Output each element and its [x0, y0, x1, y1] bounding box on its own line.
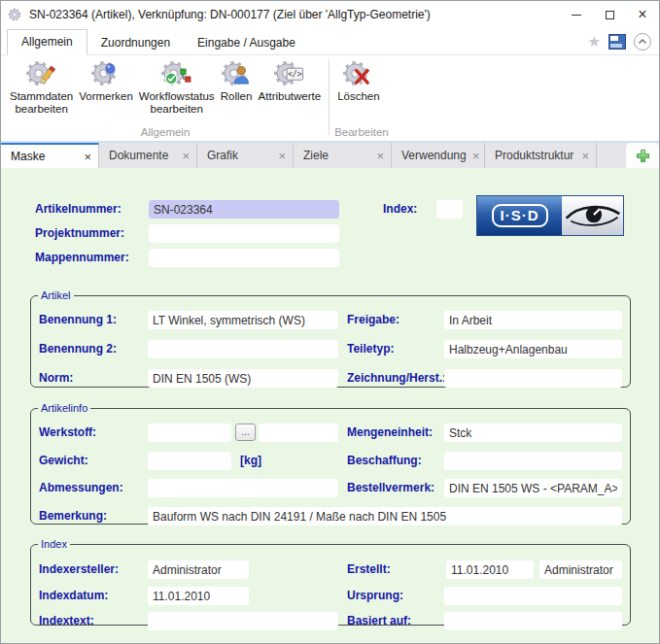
benennung1-label: Benennung 1: [39, 311, 117, 329]
vormerken-button[interactable]: Vormerken [76, 55, 136, 117]
tab-grafik[interactable]: Grafik× [197, 143, 294, 168]
bestellvermerk-label: Bestellvermerk: [347, 479, 434, 497]
zeichnung-herst-label: Zeichnung/Herst.: [347, 369, 446, 388]
minimize-button[interactable] [560, 1, 593, 28]
kg-unit-label: [kg] [240, 452, 261, 470]
isd-logo-text: I·S·D [492, 204, 548, 227]
artikelnummer-field[interactable] [149, 200, 339, 219]
index-field[interactable] [436, 200, 463, 219]
maximize-icon [606, 11, 614, 19]
artikelinfo-group: Artikelinfo Werkstoff: ... Mengeneinheit… [30, 402, 631, 525]
teiletyp-field[interactable] [444, 340, 622, 358]
isd-logo-eye-panel [562, 196, 623, 235]
tab-produktstruktur[interactable]: Produktstruktur× [485, 143, 597, 168]
eye-icon [564, 201, 622, 230]
close-tab-icon[interactable]: × [278, 149, 286, 163]
artikel-group-legend: Artikel [38, 289, 74, 301]
attributwerte-button[interactable]: </> Attributwerte [256, 55, 325, 117]
erstellt-user-field[interactable] [539, 560, 622, 579]
ribbon: Stammdatenbearbeiten Vormerken [1, 55, 659, 143]
ribbon-tab-bar: Allgemein Zuordnungen Eingabe / Ausgabe … [1, 28, 659, 55]
ursprung-field[interactable] [444, 587, 622, 605]
gear-person-icon [221, 58, 253, 88]
indexdatum-field[interactable] [148, 587, 249, 605]
close-tab-icon[interactable]: × [581, 149, 589, 163]
title-bar: SN-023364 (Artikel), Verknüpfung: DN-000… [1, 1, 659, 28]
close-icon: × [638, 6, 646, 23]
gear-pencil-icon [25, 58, 57, 88]
ribbon-group-allgemein: Stammdatenbearbeiten Vormerken [7, 55, 324, 141]
close-tab-icon[interactable]: × [182, 149, 190, 163]
basiert-auf-label: Basiert auf: [347, 612, 411, 630]
indextext-field[interactable] [148, 612, 338, 630]
ribbon-tab-zuordnungen[interactable]: Zuordnungen [87, 31, 184, 55]
tab-dokumente[interactable]: Dokumente× [99, 143, 197, 168]
ribbon-tab-allgemein[interactable]: Allgemein [7, 29, 87, 55]
bestellvermerk-field[interactable] [444, 479, 622, 497]
gear-pin-icon [90, 58, 122, 88]
werkstoff-browse-button[interactable]: ... [235, 424, 256, 441]
projektnummer-label: Projektnummer: [35, 224, 124, 243]
ribbon-group-bearbeiten: Löschen Bearbeiten [334, 55, 389, 141]
benennung2-label: Benennung 2: [39, 340, 117, 358]
workflowstatus-bearbeiten-button[interactable]: Workflowstatusbearbeiten [136, 55, 218, 117]
zeichnung-herst-field[interactable] [444, 369, 622, 388]
mappennummer-field[interactable] [149, 249, 339, 267]
loeschen-button[interactable]: Löschen [334, 55, 382, 117]
app-gear-icon [8, 7, 23, 22]
chevron-up-icon [638, 38, 647, 46]
gear-delete-icon [342, 58, 374, 88]
projektnummer-field[interactable] [149, 224, 339, 243]
mengeneinheit-field[interactable] [444, 424, 622, 442]
isd-logo-text-panel: I·S·D [477, 196, 562, 235]
mengeneinheit-label: Mengeneinheit: [347, 424, 433, 442]
beschaffung-field[interactable] [444, 452, 622, 470]
index-group: Index Indexersteller: Erstellt: Indexdat… [30, 538, 631, 626]
basiert-auf-field[interactable] [444, 612, 622, 630]
ursprung-label: Ursprung: [347, 587, 403, 605]
abmessungen-field[interactable] [148, 479, 338, 497]
benennung2-field[interactable] [148, 340, 338, 358]
maximize-button[interactable] [593, 1, 626, 28]
close-tab-icon[interactable]: × [84, 150, 91, 164]
norm-label: Norm: [39, 369, 73, 388]
rollen-button[interactable]: Rollen [218, 55, 256, 117]
erstellt-date-field[interactable] [446, 560, 534, 579]
werkstoff-field-2[interactable] [259, 424, 338, 442]
bemerkung-field[interactable] [148, 507, 622, 525]
stammdaten-bearbeiten-button[interactable]: Stammdatenbearbeiten [7, 55, 76, 117]
freigabe-field[interactable] [444, 311, 622, 329]
erstellt-label: Erstellt: [347, 560, 391, 579]
artikelnummer-label: Artikelnummer: [35, 200, 122, 219]
indexersteller-field[interactable] [148, 560, 249, 579]
werkstoff-field-1[interactable] [148, 424, 231, 442]
favorite-star-icon[interactable]: ★ [588, 35, 601, 49]
tab-verwendung[interactable]: Verwendung× [392, 143, 485, 168]
ribbon-tab-eingabe-ausgabe[interactable]: Eingabe / Ausgabe [184, 31, 309, 55]
close-tab-icon[interactable]: × [376, 149, 384, 163]
abmessungen-label: Abmessungen: [39, 479, 123, 497]
teiletyp-label: Teiletyp: [347, 340, 394, 358]
mappennummer-label: Mappennummer: [35, 249, 129, 267]
gewicht-label: Gewicht: [39, 452, 88, 470]
beschaffung-label: Beschaffung: [347, 452, 422, 470]
add-tab-button[interactable] [626, 143, 659, 168]
app-window: SN-023364 (Artikel), Verknüpfung: DN-000… [0, 0, 660, 644]
svg-text:</>: </> [288, 69, 302, 79]
tab-ziele[interactable]: Ziele× [294, 143, 392, 168]
tab-maske[interactable]: Maske× [1, 143, 99, 168]
artikelinfo-group-legend: Artikelinfo [38, 402, 90, 414]
close-tab-icon[interactable]: × [472, 149, 480, 163]
index-group-legend: Index [38, 538, 70, 550]
benennung1-field[interactable] [148, 311, 338, 329]
minimize-icon [572, 15, 581, 16]
close-button[interactable]: × [626, 1, 659, 28]
panel-layout-icon[interactable] [608, 34, 626, 50]
norm-field[interactable] [148, 369, 338, 388]
plus-icon [636, 149, 650, 163]
gewicht-field[interactable] [148, 452, 231, 470]
gear-workflow-status-icon [160, 58, 192, 88]
collapse-ribbon-button[interactable] [634, 33, 651, 51]
ribbon-group-separator [329, 59, 330, 135]
maske-form: Artikelnummer: Index: I·S·D Projektnumme… [1, 168, 659, 643]
